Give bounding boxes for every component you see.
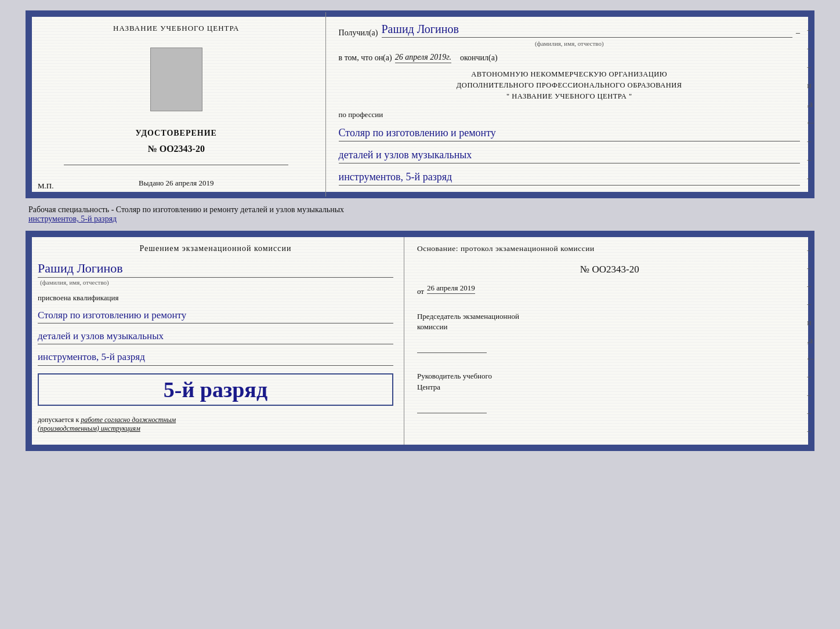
dopuskaetsya-prefix: допускается к (38, 416, 79, 424)
qualification-line2: деталей и узлов музыкальных (38, 328, 393, 344)
school-name-top: НАЗВАНИЕ УЧЕБНОГО ЦЕНТРА (113, 24, 239, 33)
recipient-name-top: Рашид Логинов (382, 23, 792, 38)
inner-left-panel: Решением экзаменационной комиссии Рашид … (27, 232, 404, 449)
osnovanie-label: Основание: протокол экзаменационной коми… (417, 244, 802, 253)
vtom-prefix: в том, что он(а) (339, 53, 392, 63)
po-professii-label: по профессии (339, 110, 800, 119)
rukovoditel-label: Руководитель учебного Центра (417, 371, 802, 392)
org-block: АВТОНОМНУЮ НЕКОММЕРЧЕСКУЮ ОРГАНИЗАЦИЮ ДО… (339, 69, 800, 101)
side-dashes-inner-right: ––––и,а‹––––– (807, 232, 814, 449)
rukovoditel-line1: Руководитель учебного (417, 372, 492, 380)
qualification-line1: Столяр по изготовлению и ремонту (38, 307, 393, 323)
profession-line3: инструментов, 5-й разряд (339, 169, 800, 186)
dopuskaetsya-italic2: (производственным) инструкциям (38, 424, 140, 432)
rukovoditel-line2: Центра (417, 383, 440, 391)
ot-date-inner: 26 апреля 2019 (427, 283, 475, 294)
profession-line1: Столяр по изготовлению и ремонту (339, 125, 800, 141)
dopuskaetsya-italic1: работе согласно должностным (81, 416, 176, 424)
poluchil-prefix: Получил(а) (339, 28, 378, 38)
cover-right-panel: Получил(а) Рашид Логинов – (фамилия, имя… (326, 12, 813, 197)
specialty-prefix: Рабочая специальность - Столяр по изгото… (28, 205, 344, 214)
vydano-row: Выдано 26 апреля 2019 (139, 179, 213, 188)
side-dashes-right: –––и,а‹–––– (807, 12, 814, 197)
poluchil-row: Получил(а) Рашид Логинов – (339, 23, 800, 38)
vtom-row: в том, что он(а) 26 апреля 2019г. окончи… (339, 53, 800, 63)
razryad-big-badge: 5-й разряд (38, 373, 393, 406)
org-line2: ДОПОЛНИТЕЛЬНОГО ПРОФЕССИОНАЛЬНОГО ОБРАЗО… (339, 80, 800, 91)
chairman-sign-line (417, 341, 487, 353)
org-line1: АВТОНОМНУЮ НЕКОММЕРЧЕСКУЮ ОРГАНИЗАЦИЮ (339, 69, 800, 80)
vydano-date: 26 апреля 2019 (166, 179, 214, 187)
okonchil-label: окончил(а) (460, 53, 498, 63)
cert-number-top: № OO2343-20 (148, 144, 205, 154)
rukovoditel-sign-line (417, 402, 487, 413)
chairman-line1: Председатель экзаменационной (417, 312, 519, 321)
fio-label-top: (фамилия, имя, отчество) (339, 40, 800, 47)
document-container: НАЗВАНИЕ УЧЕБНОГО ЦЕНТРА УДОСТОВЕРЕНИЕ №… (26, 10, 814, 451)
applicant-name-inner: Рашид Логинов (38, 261, 393, 278)
cover-left-panel: НАЗВАНИЕ УЧЕБНОГО ЦЕНТРА УДОСТОВЕРЕНИЕ №… (27, 12, 326, 197)
prisvoena-label: присвоена квалификация (38, 293, 393, 303)
decision-title: Решением экзаменационной комиссии (38, 244, 393, 253)
dopuskaetsya-row: допускается к работе согласно должностны… (38, 416, 393, 433)
vtom-date: 26 апреля 2019г. (395, 53, 451, 63)
ot-prefix: от (417, 287, 424, 296)
chairman-label: Председатель экзаменационной комиссии (417, 311, 802, 332)
protocol-number-inner: № OO2343-20 (417, 264, 802, 275)
diploma-cover: НАЗВАНИЕ УЧЕБНОГО ЦЕНТРА УДОСТОВЕРЕНИЕ №… (26, 10, 814, 198)
udostoverenie-label: УДОСТОВЕРЕНИЕ (136, 129, 217, 138)
photo-placeholder (150, 48, 202, 111)
profession-line2: деталей и узлов музыкальных (339, 147, 800, 163)
ot-row: от 26 апреля 2019 (417, 283, 802, 300)
cover-line-1 (64, 165, 288, 165)
specialty-bar: Рабочая специальность - Столяр по изгото… (26, 203, 814, 226)
vydano-prefix: Выдано (139, 179, 164, 187)
fio-label-inner: (фамилия, имя, отчество) (40, 279, 393, 286)
dash-right: – (796, 28, 800, 38)
qualification-line3: инструментов, 5-й разряд (38, 349, 393, 365)
chairman-line2: комиссии (417, 322, 448, 331)
org-line3: " НАЗВАНИЕ УЧЕБНОГО ЦЕНТРА " (339, 91, 800, 102)
inner-right-panel: Основание: протокол экзаменационной коми… (404, 232, 813, 449)
diploma-inner: Решением экзаменационной комиссии Рашид … (26, 231, 814, 451)
specialty-underline: инструментов, 5-й разряд (28, 214, 117, 223)
mp-label: М.П. (38, 181, 53, 191)
